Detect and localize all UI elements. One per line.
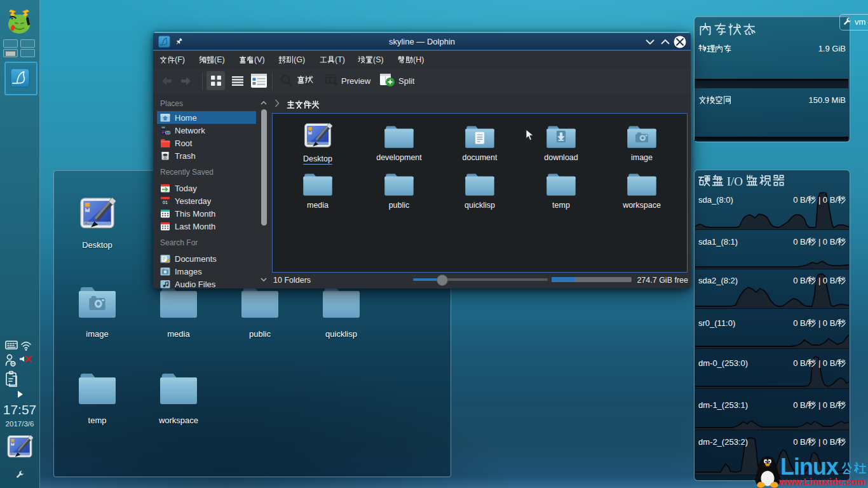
svg-text:01: 01 bbox=[163, 200, 168, 205]
